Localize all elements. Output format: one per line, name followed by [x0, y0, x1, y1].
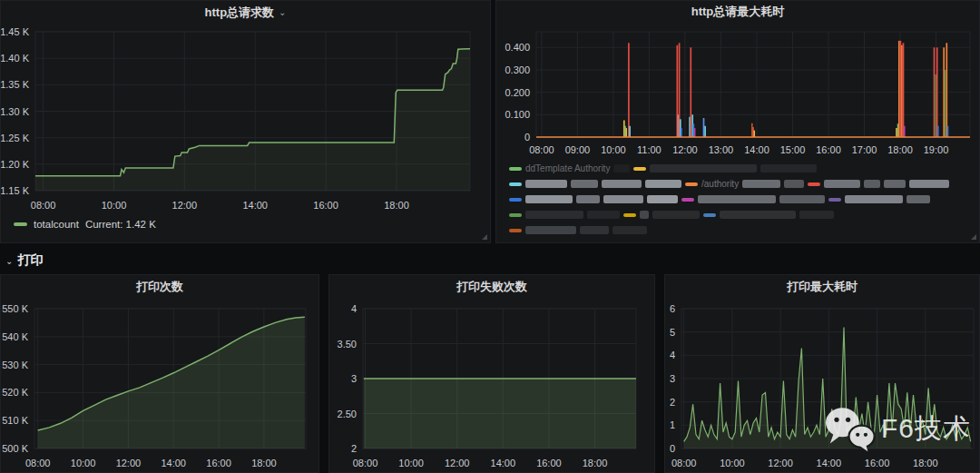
svg-text:18:00: 18:00	[913, 458, 938, 468]
svg-text:15:00: 15:00	[780, 144, 806, 155]
series-color-swatch	[509, 229, 522, 232]
redacted-text-block	[571, 180, 598, 188]
legend-row[interactable]: /authority	[509, 176, 979, 192]
panel-resize-handle[interactable]	[482, 234, 487, 240]
redacted-text-block	[779, 195, 825, 203]
svg-text:3.50: 3.50	[338, 339, 357, 350]
series-color-swatch	[509, 167, 522, 171]
svg-text:08:00: 08:00	[353, 458, 378, 468]
panel-http-total-requests: http总请求数 ⌄ 1.15 K1.20 K1.25 K1.30 K1.35 …	[0, 0, 491, 243]
panel-title-text: http总请求数	[205, 5, 275, 21]
series-color-swatch	[703, 213, 716, 217]
svg-text:10:00: 10:00	[71, 458, 96, 468]
svg-text:18:00: 18:00	[583, 458, 608, 468]
redacted-text-block	[587, 211, 620, 219]
panel-resize-handle[interactable]	[971, 234, 976, 240]
panel-print-count: 打印次数 500 K510 K520 K530 K540 K550 K08:00…	[0, 274, 319, 473]
svg-text:1.40 K: 1.40 K	[1, 53, 30, 64]
svg-text:510 K: 510 K	[2, 415, 28, 426]
chevron-down-icon: ⌄	[5, 256, 13, 266]
svg-text:2: 2	[670, 397, 675, 408]
panel-http-max-time: http总请最大耗时 00.1000.2000.3000.40008:0009:…	[495, 0, 980, 243]
svg-text:14:00: 14:00	[161, 458, 186, 468]
series-color-swatch	[808, 182, 820, 186]
svg-text:19:00: 19:00	[924, 144, 949, 155]
svg-text:4: 4	[351, 303, 357, 314]
row-header-label: 打印	[17, 252, 43, 269]
panel-title-http-max-time[interactable]: http总请最大耗时	[496, 1, 979, 23]
redacted-text-block	[650, 164, 757, 172]
svg-text:0: 0	[524, 132, 530, 143]
svg-text:2: 2	[351, 443, 357, 454]
svg-text:0.200: 0.200	[505, 87, 530, 98]
legend-item-totalcount[interactable]: totalcount Current: 1.42 K	[1, 214, 490, 230]
series-color-swatch	[623, 213, 636, 217]
http-max-time-chart[interactable]: 00.1000.2000.3000.40008:0009:0010:0011:0…	[496, 23, 979, 159]
redacted-text-block	[824, 180, 860, 188]
redacted-text-block	[864, 180, 880, 188]
svg-text:16:00: 16:00	[313, 200, 338, 211]
svg-text:11:00: 11:00	[637, 144, 662, 155]
print-failures-chart[interactable]: 22.5033.50408:0010:0012:0014:0016:0018:0…	[329, 298, 654, 472]
svg-text:1.30 K: 1.30 K	[1, 106, 30, 117]
svg-text:12:00: 12:00	[768, 458, 793, 468]
redacted-text-block	[645, 180, 681, 188]
svg-text:520 K: 520 K	[2, 387, 28, 398]
panel-title-http-total-requests[interactable]: http总请求数 ⌄	[1, 1, 490, 24]
svg-text:1.35 K: 1.35 K	[1, 79, 30, 90]
redacted-text-block	[602, 180, 642, 188]
svg-text:540 K: 540 K	[2, 331, 28, 342]
panel-print-failures: 打印失败次数 22.5033.50408:0010:0012:0014:0016…	[328, 274, 655, 473]
svg-text:0.400: 0.400	[505, 42, 530, 53]
panel-title-text: 打印次数	[136, 279, 183, 295]
series-color-swatch	[681, 198, 694, 202]
http-requests-chart[interactable]: 1.15 K1.20 K1.25 K1.30 K1.35 K1.40 K1.45…	[1, 24, 490, 214]
panel-title-print-max-time[interactable]: 打印最大耗时	[665, 275, 979, 298]
series-color-swatch	[509, 213, 522, 217]
redacted-text-block	[884, 180, 906, 188]
svg-text:10:00: 10:00	[102, 200, 127, 211]
svg-text:08:00: 08:00	[671, 458, 697, 468]
svg-text:2.50: 2.50	[338, 409, 357, 419]
svg-text:14:00: 14:00	[744, 144, 769, 155]
svg-text:08:00: 08:00	[25, 458, 51, 468]
redacted-text-block	[909, 180, 949, 188]
svg-text:550 K: 550 K	[2, 303, 28, 314]
svg-text:18:00: 18:00	[887, 144, 913, 155]
svg-text:10:00: 10:00	[720, 458, 745, 468]
print-max-time-chart[interactable]: 012345608:0010:0012:0014:0016:0018:00	[665, 298, 979, 472]
print-count-chart[interactable]: 500 K510 K520 K530 K540 K550 K08:0010:00…	[1, 298, 318, 472]
svg-text:12:00: 12:00	[116, 458, 142, 468]
legend-row[interactable]	[509, 222, 979, 238]
panel-print-max-time: 打印最大耗时 012345608:0010:0012:0014:0016:001…	[664, 274, 980, 473]
panel-title-print-failures[interactable]: 打印失败次数	[329, 275, 654, 298]
redacted-text-block	[612, 226, 647, 234]
legend-series-name: totalcount	[34, 219, 79, 230]
row-header-print[interactable]: ⌄ 打印	[5, 251, 43, 270]
svg-text:08:00: 08:00	[31, 200, 56, 211]
redacted-text-block	[603, 195, 643, 203]
svg-text:3: 3	[670, 373, 675, 384]
series-color-swatch	[509, 182, 522, 186]
svg-text:1.45 K: 1.45 K	[1, 26, 30, 37]
legend-row[interactable]: ddTemplate Authority	[509, 161, 979, 176]
redacted-text-block	[906, 195, 930, 203]
redacted-text-block	[742, 180, 780, 188]
legend-row[interactable]	[509, 207, 979, 222]
svg-text:18:00: 18:00	[251, 458, 277, 468]
redacted-text-block	[613, 164, 630, 172]
legend-row[interactable]	[509, 192, 979, 207]
svg-text:12:00: 12:00	[445, 458, 470, 468]
redacted-text-block	[640, 211, 649, 219]
series-color-swatch	[828, 198, 841, 202]
svg-text:12:00: 12:00	[172, 200, 198, 211]
legend-text-fragment: ddTemplate Authority	[525, 163, 610, 173]
svg-text:6: 6	[670, 303, 675, 314]
svg-text:1.20 K: 1.20 K	[1, 159, 30, 170]
svg-text:16:00: 16:00	[536, 458, 562, 468]
svg-text:0.300: 0.300	[505, 64, 530, 75]
svg-text:3: 3	[351, 373, 357, 384]
panel-title-print-count[interactable]: 打印次数	[1, 275, 318, 298]
svg-text:14:00: 14:00	[491, 458, 516, 468]
svg-text:1.15 K: 1.15 K	[1, 185, 30, 196]
